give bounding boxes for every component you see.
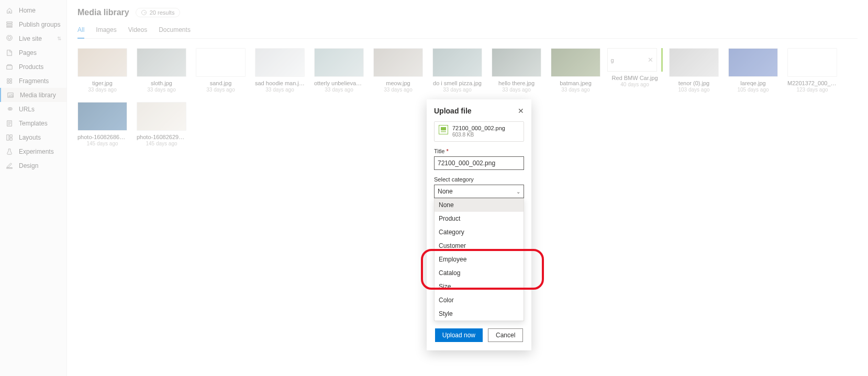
media-age: 33 days ago — [502, 87, 531, 93]
sidebar: HomePublish groupsLive site⇅PagesProduct… — [0, 0, 67, 376]
media-age: 103 days ago — [678, 87, 709, 93]
media-tile[interactable]: hello there.jpg33 days ago — [492, 48, 541, 93]
media-tile[interactable]: photo-160826862760...145 days ago — [77, 102, 127, 146]
tab-documents[interactable]: Documents — [159, 26, 191, 38]
close-icon[interactable]: ✕ — [648, 56, 653, 64]
media-thumbnail[interactable] — [492, 48, 541, 77]
media-filename: Red BMW Car.jpg — [611, 75, 658, 81]
media-tile[interactable]: otterly unbelievable.j...33 days ago — [314, 48, 364, 93]
media-filename: meow.jpg — [386, 80, 410, 86]
media-filename: sloth.jpg — [151, 80, 172, 86]
media-filename: lareqe.jpg — [740, 80, 765, 86]
media-filename: photo-160826294108... — [137, 134, 186, 140]
media-tile[interactable]: g✕Red BMW Car.jpg40 days ago — [610, 48, 660, 93]
media-thumbnail[interactable] — [551, 48, 600, 77]
media-tile[interactable]: tenor (0).jpg103 days ago — [669, 48, 719, 93]
tab-images[interactable]: Images — [96, 26, 116, 38]
media-tile[interactable]: lareqe.jpg105 days ago — [728, 48, 778, 93]
category-option-size[interactable]: Size — [435, 280, 524, 293]
results-pill[interactable]: 20 results — [136, 8, 181, 17]
media-age: 145 days ago — [86, 141, 118, 146]
sidebar-item-label: Products — [19, 63, 43, 71]
media-thumbnail[interactable] — [137, 102, 186, 131]
media-age: 40 days ago — [620, 82, 649, 87]
modal-actions: Upload now Cancel — [434, 328, 524, 342]
media-thumbnail[interactable] — [787, 48, 837, 77]
media-age: 145 days ago — [146, 141, 177, 146]
sidebar-item-templates[interactable]: Templates — [0, 116, 66, 130]
upload-success-indicator — [661, 48, 663, 72]
media-thumbnail[interactable] — [373, 48, 423, 77]
category-option-customer[interactable]: Customer — [435, 239, 524, 253]
media-tile[interactable]: batman.jpeg33 days ago — [551, 48, 600, 93]
category-option-catalog[interactable]: Catalog — [435, 266, 524, 280]
pages-icon — [5, 49, 14, 57]
media-thumbnail[interactable] — [77, 48, 127, 77]
title-input[interactable] — [434, 156, 524, 170]
media-thumbnail[interactable] — [77, 102, 127, 131]
sidebar-item-pages[interactable]: Pages — [0, 45, 66, 60]
sidebar-item-fragments[interactable]: Fragments — [0, 74, 66, 88]
title-label: Title — [434, 148, 524, 154]
media-thumbnail[interactable] — [728, 48, 778, 77]
category-label: Select category — [434, 176, 524, 183]
category-option-style[interactable]: Style — [435, 307, 524, 321]
sidebar-item-publish-groups[interactable]: Publish groups — [0, 17, 66, 31]
upload-file-modal: Upload file ✕ 72100_000_002.png 603.8 KB… — [427, 99, 531, 350]
media-tile[interactable]: photo-160826294108...145 days ago — [137, 102, 186, 146]
sidebar-item-label: URLs — [19, 106, 35, 113]
media-filename: do i smell pizza.jpg — [433, 80, 482, 86]
urls-icon — [5, 105, 14, 113]
sidebar-item-media-library[interactable]: Media library — [0, 88, 66, 102]
media-age: 33 days ago — [384, 87, 413, 93]
media-thumbnail[interactable] — [255, 48, 305, 77]
media-filename: otterly unbelievable.j... — [314, 80, 364, 86]
media-thumbnail[interactable] — [669, 48, 719, 77]
sidebar-item-label: Home — [19, 7, 36, 14]
sidebar-item-home[interactable]: Home — [0, 3, 66, 17]
tab-all[interactable]: All — [77, 26, 84, 39]
media-filename: tiger.jpg — [92, 80, 113, 86]
category-option-category[interactable]: Category — [435, 225, 524, 239]
sidebar-item-layouts[interactable]: Layouts — [0, 130, 66, 144]
media-tile[interactable]: sad hoodie man.jpg33 days ago — [255, 48, 305, 93]
sidebar-item-label: Design — [19, 162, 38, 169]
media-tile[interactable]: M2201372_000_002.p...123 days ago — [787, 48, 837, 93]
category-option-employee[interactable]: Employee — [435, 253, 524, 266]
category-option-product[interactable]: Product — [435, 212, 524, 225]
sidebar-item-live-site[interactable]: Live site⇅ — [0, 31, 66, 45]
modal-title: Upload file — [434, 107, 472, 115]
media-tile[interactable]: do i smell pizza.jpg33 days ago — [432, 48, 482, 93]
media-thumbnail[interactable] — [196, 48, 246, 77]
media-thumbnail[interactable] — [137, 48, 186, 77]
media-tile[interactable]: meow.jpg33 days ago — [373, 48, 423, 93]
sidebar-item-experiments[interactable]: Experiments — [0, 144, 66, 158]
category-select[interactable]: None ⌄ — [434, 185, 524, 198]
sidebar-item-design[interactable]: Design — [0, 158, 66, 173]
sidebar-item-urls[interactable]: URLs — [0, 102, 66, 116]
media-tile[interactable]: tiger.jpg33 days ago — [77, 48, 127, 93]
sidebar-item-products[interactable]: Products — [0, 60, 66, 74]
media-icon — [6, 91, 15, 99]
media-tile[interactable]: sloth.jpg33 days ago — [137, 48, 186, 93]
live-site-icon — [5, 35, 14, 43]
media-filename: photo-160826862760... — [77, 134, 127, 140]
tab-videos[interactable]: Videos — [128, 26, 147, 38]
sidebar-item-label: Publish groups — [19, 21, 60, 28]
layouts-icon — [5, 133, 14, 142]
category-option-none[interactable]: None — [435, 198, 524, 212]
expand-icon[interactable]: ⇅ — [57, 36, 61, 41]
media-thumbnail[interactable] — [314, 48, 364, 77]
category-option-color[interactable]: Color — [435, 293, 524, 307]
media-thumbnail[interactable] — [432, 48, 482, 77]
sidebar-item-label: Layouts — [19, 134, 41, 141]
cancel-button[interactable]: Cancel — [488, 328, 523, 342]
close-icon[interactable]: ✕ — [518, 107, 524, 115]
upload-now-button[interactable]: Upload now — [435, 328, 483, 342]
media-filename: hello there.jpg — [498, 80, 535, 86]
category-dropdown: NoneProductCategoryCustomerEmployeeCatal… — [434, 198, 524, 321]
media-age: 33 days ago — [325, 87, 353, 93]
media-tile[interactable]: sand.jpg33 days ago — [196, 48, 246, 93]
media-age: 33 days ago — [206, 87, 235, 93]
media-filename: M2201372_000_002.p... — [787, 80, 837, 86]
